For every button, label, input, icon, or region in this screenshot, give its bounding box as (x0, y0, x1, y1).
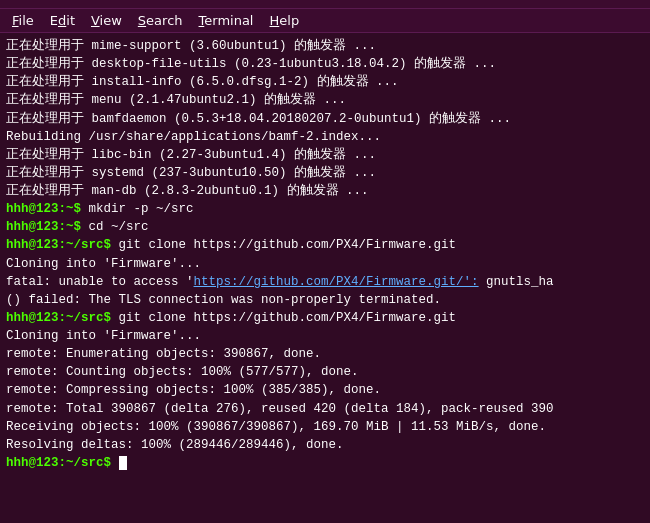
command: mkdir -p ~/src (81, 202, 194, 216)
terminal-line: remote: Total 390867 (delta 276), reused… (6, 400, 644, 418)
prompt: hhh@123:~/src$ (6, 456, 119, 470)
menu-help[interactable]: Help (261, 11, 307, 30)
menu-terminal[interactable]: Terminal (191, 11, 262, 30)
command: cd ~/src (81, 220, 149, 234)
terminal-line: remote: Compressing objects: 100% (385/3… (6, 381, 644, 399)
prompt: hhh@123:~$ (6, 220, 81, 234)
prompt: hhh@123:~$ (6, 202, 81, 216)
command: git clone https://github.com/PX4/Firmwar… (111, 311, 456, 325)
terminal-line: 正在处理用于 menu (2.1.47ubuntu2.1) 的触发器 ... (6, 91, 644, 109)
terminal-line: Rebuilding /usr/share/applications/bamf-… (6, 128, 644, 146)
terminal-line: Receiving objects: 100% (390867/390867),… (6, 418, 644, 436)
title-bar (0, 0, 650, 9)
terminal-line: 正在处理用于 install-info (6.5.0.dfsg.1-2) 的触发… (6, 73, 644, 91)
terminal-line: 正在处理用于 systemd (237-3ubuntu10.50) 的触发器 .… (6, 164, 644, 182)
terminal-line: remote: Counting objects: 100% (577/577)… (6, 363, 644, 381)
menu-file[interactable]: File (4, 11, 42, 30)
terminal-line: 正在处理用于 man-db (2.8.3-2ubuntu0.1) 的触发器 ..… (6, 182, 644, 200)
terminal-line: Cloning into 'Firmware'... (6, 255, 644, 273)
menu-bar: File Edit View Search Terminal Help (0, 9, 650, 33)
menu-search[interactable]: Search (130, 11, 191, 30)
terminal-line: () failed: The TLS connection was non-pr… (6, 291, 644, 309)
terminal-link: https://github.com/PX4/Firmware.git/': (194, 275, 479, 289)
terminal-body[interactable]: 正在处理用于 mime-support (3.60ubuntu1) 的触发器 .… (0, 33, 650, 523)
prompt: hhh@123:~/src$ (6, 311, 111, 325)
terminal-line: 正在处理用于 mime-support (3.60ubuntu1) 的触发器 .… (6, 37, 644, 55)
terminal-line: 正在处理用于 desktop-file-utils (0.23-1ubuntu3… (6, 55, 644, 73)
terminal-line: remote: Enumerating objects: 390867, don… (6, 345, 644, 363)
terminal-line: Cloning into 'Firmware'... (6, 327, 644, 345)
menu-view[interactable]: View (83, 11, 130, 30)
terminal-line: hhh@123:~/src$ git clone https://github.… (6, 309, 644, 327)
terminal-line: 正在处理用于 bamfdaemon (0.5.3+18.04.20180207.… (6, 110, 644, 128)
terminal-line: hhh@123:~/src$ (6, 454, 644, 472)
terminal-line: 正在处理用于 libc-bin (2.27-3ubuntu1.4) 的触发器 .… (6, 146, 644, 164)
terminal-line: hhh@123:~$ mkdir -p ~/src (6, 200, 644, 218)
menu-edit[interactable]: Edit (42, 11, 83, 30)
prompt: hhh@123:~/src$ (6, 238, 111, 252)
terminal-line: hhh@123:~$ cd ~/src (6, 218, 644, 236)
cursor (119, 456, 127, 470)
terminal-line: hhh@123:~/src$ git clone https://github.… (6, 236, 644, 254)
command: git clone https://github.com/PX4/Firmwar… (111, 238, 456, 252)
terminal-line: Resolving deltas: 100% (289446/289446), … (6, 436, 644, 454)
terminal-window: File Edit View Search Terminal Help 正在处理… (0, 0, 650, 523)
terminal-line: fatal: unable to access 'https://github.… (6, 273, 644, 291)
